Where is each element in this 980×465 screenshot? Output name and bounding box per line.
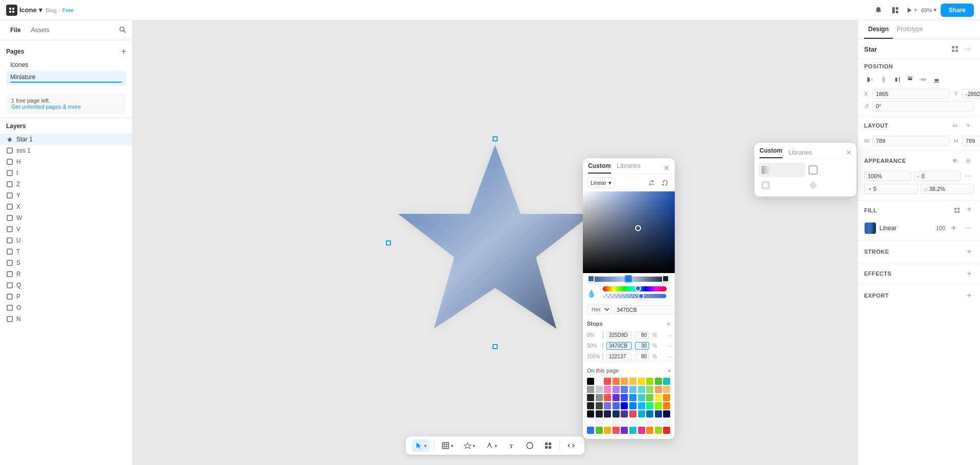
rotation-input[interactable] [872,101,974,111]
upgrade-link[interactable]: Get unlimited pages & more [11,104,81,110]
stop-100-swatch[interactable] [602,353,603,360]
color-swatch[interactable] [663,402,670,409]
add-stroke-button[interactable]: + [965,247,974,256]
layer-item-x[interactable]: X [0,201,132,212]
color-swatch[interactable] [587,402,594,409]
color-swatch[interactable] [621,386,628,393]
stop-50-hex[interactable] [606,342,632,350]
selection-handle-mid[interactable] [386,240,391,246]
select-tool[interactable]: ▾ [412,439,430,452]
color-tab-libraries[interactable]: Libraries [617,162,641,174]
appearance-lock-icon[interactable] [963,155,974,166]
gradient-popup-close[interactable]: ✕ [846,149,851,156]
color-swatch[interactable] [604,394,611,401]
color-swatch[interactable] [638,402,645,409]
gradient-type-img[interactable] [758,163,805,177]
layout-icon[interactable] [889,3,901,17]
pen-tool[interactable]: ▾ [482,439,500,452]
color-swatch[interactable] [604,402,611,409]
color-swatch[interactable] [596,394,603,401]
code-tool[interactable] [564,439,578,452]
component-tool[interactable] [541,439,555,452]
layer-item-t[interactable]: T [0,246,132,257]
shape-tool[interactable]: ▾ [460,439,478,452]
color-swatch[interactable] [612,419,620,426]
gradient-reverse-icon[interactable] [646,177,657,188]
color-swatch[interactable] [655,410,662,418]
color-swatch[interactable] [663,410,670,418]
more-options-icon[interactable]: ⋯ [963,43,974,55]
color-swatch[interactable] [612,386,620,393]
layer-item-v[interactable]: V [0,224,132,235]
layout-expand-icon[interactable]: ⇔ [949,120,961,131]
hue-bar[interactable] [603,286,667,291]
layer-item-star1[interactable]: Star 1 [0,134,132,145]
color-swatch[interactable] [621,410,628,418]
ellipse-tool[interactable] [523,439,537,452]
color-swatch[interactable] [655,427,662,434]
layer-item-y[interactable]: Y [0,190,132,201]
play-button[interactable]: ▾ [906,7,917,14]
color-swatch[interactable] [655,394,662,401]
add-page-button[interactable]: + [121,47,126,56]
color-swatch[interactable] [646,378,653,385]
color-swatch[interactable] [596,378,603,385]
add-stop-button[interactable]: + [667,320,671,328]
color-swatch[interactable] [621,402,628,409]
add-fill-button[interactable]: + [965,205,974,214]
align-right[interactable] [891,74,903,86]
color-swatch[interactable] [587,427,594,434]
gradient-type-diamond[interactable] [806,178,852,192]
app-logo[interactable]: Icone ▾ [6,5,42,16]
color-swatch[interactable] [587,386,594,393]
color-tab-custom[interactable]: Custom [588,162,611,174]
color-picker-close[interactable]: ✕ [664,164,670,172]
color-swatch[interactable] [655,402,662,409]
color-swatch[interactable] [646,394,653,401]
gradient-type-frame[interactable] [806,163,852,177]
layer-item-h[interactable]: H [0,156,132,167]
stop-100-delete[interactable]: − [668,353,672,360]
search-icon[interactable] [119,26,126,35]
stop-0-opacity[interactable] [635,331,649,339]
visibility-icon[interactable]: 👁 [949,155,961,166]
hex-format-select[interactable]: Hex [587,305,611,314]
color-swatch[interactable] [596,402,603,409]
frame-tool[interactable]: ▾ [438,439,456,452]
color-swatch[interactable] [638,386,645,393]
color-swatch[interactable] [638,378,645,385]
opacity-bar[interactable] [603,293,667,299]
stop-50-delete[interactable]: − [668,342,672,350]
color-swatch[interactable] [612,410,620,418]
color-swatch[interactable] [646,402,653,409]
fill-swatch[interactable] [864,222,876,234]
gradient-tab-libraries[interactable]: Libraries [789,149,812,156]
color-swatch[interactable] [604,378,611,385]
y-input[interactable] [962,89,980,99]
share-button[interactable]: Share [941,4,974,17]
gradient-type-mask[interactable] [758,178,805,192]
tab-assets[interactable]: Assets [27,25,54,36]
color-swatch[interactable] [587,419,594,426]
layer-item-s[interactable]: S [0,257,132,268]
stop-50-opacity[interactable] [635,342,649,350]
height-input[interactable] [962,136,980,146]
align-top[interactable] [904,74,916,86]
layer-item-u[interactable]: U [0,235,132,246]
tab-prototype[interactable]: Prototype [893,20,927,39]
component-icon[interactable] [949,43,961,55]
gradient-swap-icon[interactable] [659,177,671,188]
color-swatch[interactable] [655,378,662,385]
color-swatch[interactable] [587,410,594,418]
align-center-h[interactable] [877,74,890,86]
color-swatch[interactable] [663,378,670,385]
gradient-stop-100[interactable] [662,275,670,284]
layer-item-sss1[interactable]: sss 1 [0,145,132,156]
color-swatch[interactable] [638,394,645,401]
hex-input[interactable] [614,305,675,314]
color-swatch[interactable] [604,419,611,426]
gradient-bar[interactable] [591,276,667,282]
breadcrumb-free[interactable]: Free [62,7,74,13]
stop-50-swatch[interactable] [602,342,603,350]
color-swatch[interactable] [621,378,628,385]
